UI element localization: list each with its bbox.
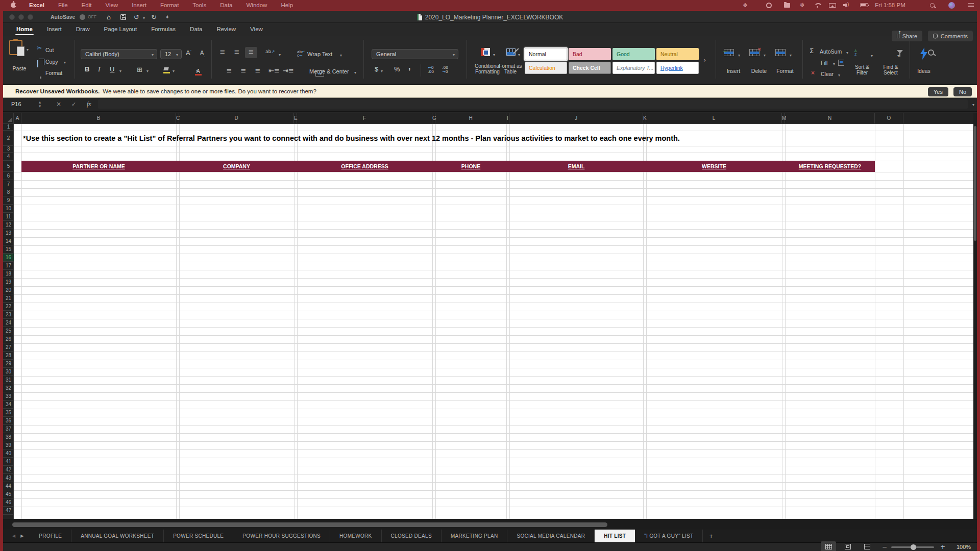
row-header-11[interactable]: 11 (3, 213, 14, 221)
insert-function-icon[interactable]: fx (87, 98, 91, 111)
ribbon-tab-insert[interactable]: Insert (40, 23, 69, 36)
sheet-tab-i-got-a-guy-list[interactable]: "I GOT A GUY" LIST (635, 530, 703, 542)
horizontal-scrollbar-thumb[interactable] (12, 522, 607, 527)
redo-icon[interactable]: ↻ (151, 11, 157, 23)
row-header-26[interactable]: 26 (3, 335, 14, 343)
row-header-40[interactable]: 40 (3, 449, 14, 458)
fill-color-icon[interactable] (163, 67, 170, 73)
conditional-formatting-chevron[interactable] (493, 51, 495, 57)
cell-style-explanatory-t-[interactable]: Explanatory T... (612, 62, 655, 74)
recover-no-button[interactable]: No (953, 87, 972, 96)
undo-icon[interactable]: ↺ (134, 11, 139, 23)
zoom-window-button[interactable] (28, 14, 33, 20)
underline-chevron[interactable] (119, 67, 121, 73)
sheet-tab-annual-goal-worksheet[interactable]: ANNUAL GOAL WORKSHEET (71, 530, 164, 542)
cancel-icon[interactable]: × (56, 98, 61, 111)
cut-icon[interactable]: ✂ (37, 44, 42, 52)
zoom-in-icon[interactable]: + (940, 543, 945, 551)
autosum-icon[interactable]: Σ (810, 47, 814, 55)
row-header-30[interactable]: 30 (3, 368, 14, 376)
ideas-icon[interactable] (919, 47, 929, 60)
row-header-1[interactable]: 1 (3, 124, 14, 131)
copy-icon[interactable] (37, 60, 38, 67)
ribbon-tab-home[interactable]: Home (9, 23, 40, 36)
row-header-4[interactable]: 4 (3, 153, 14, 161)
delete-cells-icon[interactable] (749, 49, 760, 56)
row-header-21[interactable]: 21 (3, 294, 14, 303)
menu-insert[interactable]: Insert (127, 2, 151, 8)
clear-icon[interactable]: × (811, 69, 815, 77)
save-icon[interactable] (120, 14, 126, 20)
increase-font-icon[interactable]: Aˆ (186, 49, 191, 57)
increase-indent-icon[interactable]: ⇥≡ (283, 66, 294, 76)
increase-decimal-icon[interactable]: ←0.00 (428, 66, 434, 73)
zoom-out-icon[interactable]: − (882, 543, 887, 551)
row-header-16[interactable]: 16 (3, 254, 14, 262)
zoom-slider[interactable] (891, 546, 934, 548)
merge-center-chevron[interactable] (354, 69, 356, 75)
font-name-select[interactable]: Calibri (Body) (81, 49, 157, 59)
wrap-text-button[interactable]: Wrap Text (307, 51, 332, 57)
menu-window[interactable]: Window (241, 2, 272, 8)
row-header-28[interactable]: 28 (3, 352, 14, 360)
find-select-chevron[interactable] (897, 52, 899, 58)
folder-icon[interactable] (783, 0, 791, 10)
wrap-text-icon[interactable]: ab↵c← (297, 50, 305, 57)
row-header-39[interactable]: 39 (3, 441, 14, 449)
home-icon[interactable]: ⌂ (107, 11, 111, 23)
row-header-8[interactable]: 8 (3, 188, 14, 196)
delete-cells-button[interactable]: Delete (748, 68, 770, 74)
snowflake-icon[interactable]: ❄ (798, 0, 806, 10)
styles-gallery-expand-icon[interactable]: › (703, 56, 706, 64)
vertical-scrollbar-thumb[interactable] (974, 126, 976, 241)
row-header-14[interactable]: 14 (3, 237, 14, 245)
currency-format-icon[interactable]: $ (375, 65, 378, 73)
row-header-27[interactable]: 27 (3, 343, 14, 352)
menu-excel[interactable]: Excel (24, 2, 49, 8)
row-header-22[interactable]: 22 (3, 303, 14, 311)
row-header-42[interactable]: 42 (3, 466, 14, 474)
notification-center-icon[interactable] (967, 0, 975, 10)
copy-chevron[interactable] (64, 59, 66, 65)
ribbon-tab-formulas[interactable]: Formulas (144, 23, 183, 36)
fill-color-chevron[interactable] (173, 67, 175, 73)
zoom-slider-thumb[interactable] (911, 544, 916, 550)
zoom-level[interactable]: 100% (957, 543, 971, 551)
insert-cells-chevron[interactable] (738, 52, 740, 58)
row-header-6[interactable]: 6 (3, 172, 14, 180)
row-header-25[interactable]: 25 (3, 327, 14, 335)
cell-style-neutral[interactable]: Neutral (656, 48, 699, 60)
row-header-44[interactable]: 44 (3, 482, 14, 490)
page-layout-view-button[interactable] (840, 541, 855, 551)
column-header-B[interactable]: B (21, 113, 176, 124)
undo-menu-chevron[interactable] (143, 11, 145, 23)
format-cells-chevron[interactable] (790, 52, 792, 58)
comments-button[interactable]: Comments (928, 31, 973, 41)
row-header-17[interactable]: 17 (3, 262, 14, 270)
row-header-19[interactable]: 19 (3, 278, 14, 286)
align-right-icon[interactable]: ≡ (252, 66, 263, 76)
number-format-select[interactable]: General (372, 49, 458, 59)
format-painter-button[interactable]: Format (45, 70, 62, 76)
clear-chevron[interactable] (838, 71, 840, 78)
page-break-view-button[interactable] (860, 541, 875, 551)
row-header-10[interactable]: 10 (3, 205, 14, 213)
formula-input[interactable] (98, 99, 968, 109)
fill-icon[interactable] (838, 60, 844, 66)
row-header-36[interactable]: 36 (3, 417, 14, 425)
column-header-D[interactable]: D (179, 113, 294, 124)
ribbon-tab-review[interactable]: Review (209, 23, 243, 36)
menu-edit[interactable]: Edit (77, 2, 96, 8)
borders-icon[interactable]: ⊞ (137, 66, 142, 73)
row-header-33[interactable]: 33 (3, 392, 14, 400)
paste-chevron[interactable] (27, 46, 29, 52)
ideas-button[interactable]: Ideas (914, 68, 934, 74)
row-header-9[interactable]: 9 (3, 196, 14, 205)
insert-cells-icon[interactable] (724, 49, 734, 56)
row-header-41[interactable]: 41 (3, 458, 14, 466)
align-top-icon[interactable]: ≡ (216, 47, 229, 58)
menu-clock[interactable]: Fri 1:58 PM (873, 0, 908, 10)
sheet-tab-homework[interactable]: HOMEWORK (330, 530, 382, 542)
siri-icon[interactable] (947, 0, 955, 10)
autosum-button[interactable]: AutoSum (820, 48, 842, 55)
